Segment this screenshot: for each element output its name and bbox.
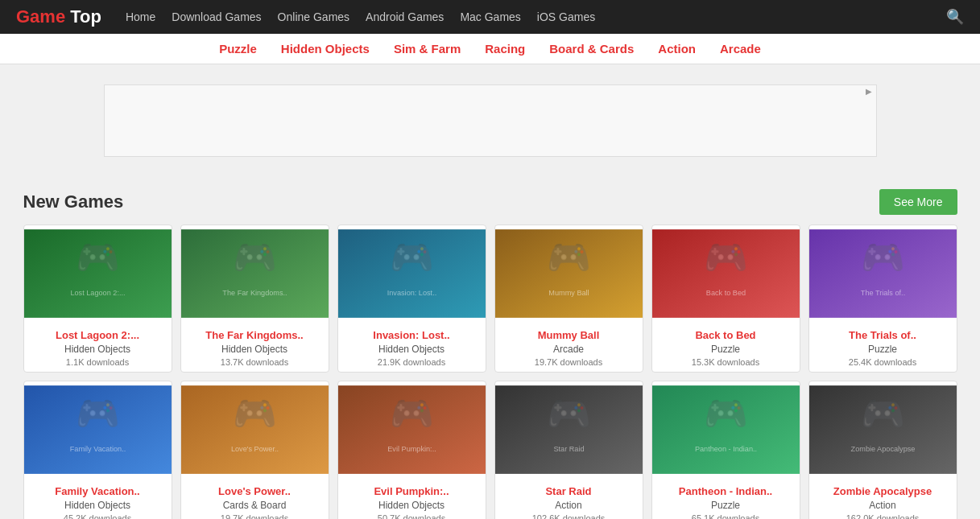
svg-text:Zombie Apocalypse: Zombie Apocalypse bbox=[850, 445, 915, 453]
game-title: Pantheon - Indian.. bbox=[652, 481, 800, 499]
game-title: Family Vacation.. bbox=[24, 481, 172, 499]
nav-ios-games[interactable]: iOS Games bbox=[537, 10, 595, 23]
game-genre: Arcade bbox=[495, 343, 643, 356]
game-card[interactable]: 🎮 Love's Power.. Love's Power.. Cards & … bbox=[180, 381, 329, 519]
game-downloads: 45.2K downloads bbox=[24, 512, 172, 519]
game-downloads: 25.4K downloads bbox=[809, 356, 957, 372]
svg-text:The Far Kingdoms..: The Far Kingdoms.. bbox=[222, 289, 287, 297]
games-grid-row1: 🎮 Lost Lagoon 2:... Lost Lagoon 2:... Hi… bbox=[23, 224, 957, 373]
game-downloads: 21.9K downloads bbox=[338, 356, 486, 372]
game-downloads: 15.3K downloads bbox=[652, 356, 800, 372]
game-thumbnail: 🎮 Back to Bed bbox=[652, 225, 800, 322]
game-card[interactable]: 🎮 Evil Pumpkin:.. Evil Pumpkin:.. Hidden… bbox=[337, 381, 486, 519]
subnav-arcade[interactable]: Arcade bbox=[720, 42, 761, 56]
header-nav: Home Download Games Online Games Android… bbox=[126, 10, 946, 23]
game-card[interactable]: 🎮 The Trials of.. The Trials of.. Puzzle… bbox=[808, 224, 957, 373]
ad-label: ▶ bbox=[866, 87, 872, 96]
nav-mac-games[interactable]: Mac Games bbox=[460, 10, 520, 23]
game-card[interactable]: 🎮 Zombie Apocalypse Zombie Apocalypse Ac… bbox=[808, 381, 957, 519]
logo-top-text: Top bbox=[70, 6, 101, 27]
game-genre: Hidden Objects bbox=[338, 343, 486, 356]
search-button[interactable]: 🔍 bbox=[946, 8, 964, 26]
game-title: The Far Kingdoms.. bbox=[181, 325, 329, 343]
game-thumbnail: 🎮 Evil Pumpkin:.. bbox=[338, 381, 486, 478]
game-title: Star Raid bbox=[495, 481, 643, 499]
game-title: Lost Lagoon 2:... bbox=[24, 325, 172, 343]
svg-text:🎮: 🎮 bbox=[861, 393, 905, 435]
svg-text:🎮: 🎮 bbox=[390, 393, 434, 435]
game-title: The Trials of.. bbox=[809, 325, 957, 343]
nav-home[interactable]: Home bbox=[126, 10, 155, 23]
game-card[interactable]: 🎮 The Far Kingdoms.. The Far Kingdoms.. … bbox=[180, 224, 329, 373]
svg-text:🎮: 🎮 bbox=[76, 393, 120, 435]
svg-text:🎮: 🎮 bbox=[76, 237, 120, 278]
svg-text:🎮: 🎮 bbox=[233, 237, 277, 278]
game-genre: Cards & Board bbox=[181, 499, 329, 512]
subnav-action[interactable]: Action bbox=[658, 42, 696, 56]
nav-online-games[interactable]: Online Games bbox=[278, 10, 349, 23]
game-title: Zombie Apocalypse bbox=[809, 481, 957, 499]
svg-text:Family Vacation..: Family Vacation.. bbox=[69, 445, 125, 453]
svg-text:Love's Power..: Love's Power.. bbox=[230, 445, 278, 453]
game-downloads: 13.7K downloads bbox=[181, 356, 329, 372]
svg-text:🎮: 🎮 bbox=[233, 393, 277, 435]
game-thumbnail: 🎮 Lost Lagoon 2:... bbox=[24, 225, 172, 322]
nav-android-games[interactable]: Android Games bbox=[366, 10, 444, 23]
svg-text:🎮: 🎮 bbox=[861, 237, 905, 278]
game-card[interactable]: 🎮 Pantheon - Indian.. Pantheon - Indian.… bbox=[651, 381, 800, 519]
svg-text:Star Raid: Star Raid bbox=[553, 445, 584, 453]
game-genre: Puzzle bbox=[809, 343, 957, 356]
subnav-hidden-objects[interactable]: Hidden Objects bbox=[281, 42, 370, 56]
svg-text:Pantheon - Indian..: Pantheon - Indian.. bbox=[694, 445, 756, 453]
game-genre: Hidden Objects bbox=[24, 499, 172, 512]
game-genre: Action bbox=[809, 499, 957, 512]
game-downloads: 50.7K downloads bbox=[338, 512, 486, 519]
game-card[interactable]: 🎮 Star Raid Star Raid Action 102.6K down… bbox=[494, 381, 643, 519]
game-thumbnail: 🎮 Family Vacation.. bbox=[24, 381, 172, 478]
game-genre: Puzzle bbox=[652, 343, 800, 356]
subnav-sim-farm[interactable]: Sim & Farm bbox=[394, 42, 461, 56]
game-downloads: 19.7K downloads bbox=[181, 512, 329, 519]
nav-download-games[interactable]: Download Games bbox=[172, 10, 261, 23]
svg-text:🎮: 🎮 bbox=[704, 237, 748, 278]
svg-text:The Trials of..: The Trials of.. bbox=[860, 289, 904, 297]
game-title: Mummy Ball bbox=[495, 325, 643, 343]
game-thumbnail: 🎮 The Far Kingdoms.. bbox=[181, 225, 329, 322]
subnav-puzzle[interactable]: Puzzle bbox=[219, 42, 257, 56]
svg-text:Evil Pumpkin:..: Evil Pumpkin:.. bbox=[387, 445, 436, 453]
game-downloads: 162.0K downloads bbox=[809, 512, 957, 519]
svg-text:Invasion: Lost..: Invasion: Lost.. bbox=[387, 289, 436, 297]
game-thumbnail: 🎮 Mummy Ball bbox=[495, 225, 643, 322]
logo[interactable]: Game Top bbox=[16, 6, 101, 27]
game-card[interactable]: 🎮 Lost Lagoon 2:... Lost Lagoon 2:... Hi… bbox=[23, 224, 172, 373]
game-card[interactable]: 🎮 Invasion: Lost.. Invasion: Lost.. Hidd… bbox=[337, 224, 486, 373]
game-title: Back to Bed bbox=[652, 325, 800, 343]
logo-game-text: Game bbox=[16, 6, 65, 27]
svg-text:🎮: 🎮 bbox=[704, 393, 748, 435]
svg-text:Back to Bed: Back to Bed bbox=[705, 289, 745, 297]
game-genre: Hidden Objects bbox=[181, 343, 329, 356]
game-card[interactable]: 🎮 Family Vacation.. Family Vacation.. Hi… bbox=[23, 381, 172, 519]
section-header: New Games See More bbox=[23, 189, 957, 215]
main-content: New Games See More 🎮 Lost Lagoon 2:... L… bbox=[7, 189, 974, 519]
section-title: New Games bbox=[23, 192, 124, 212]
game-thumbnail: 🎮 Love's Power.. bbox=[181, 381, 329, 478]
see-more-button[interactable]: See More bbox=[879, 189, 957, 215]
game-card[interactable]: 🎮 Back to Bed Back to Bed Puzzle 15.3K d… bbox=[651, 224, 800, 373]
svg-text:Mummy Ball: Mummy Ball bbox=[548, 289, 589, 297]
game-downloads: 102.6K downloads bbox=[495, 512, 643, 519]
game-downloads: 19.7K downloads bbox=[495, 356, 643, 372]
game-thumbnail: 🎮 Star Raid bbox=[495, 381, 643, 478]
games-grid-row2: 🎮 Family Vacation.. Family Vacation.. Hi… bbox=[23, 381, 957, 519]
svg-text:🎮: 🎮 bbox=[390, 237, 434, 278]
svg-text:🎮: 🎮 bbox=[547, 237, 591, 278]
subnav-racing[interactable]: Racing bbox=[485, 42, 525, 56]
game-card[interactable]: 🎮 Mummy Ball Mummy Ball Arcade 19.7K dow… bbox=[494, 224, 643, 373]
game-thumbnail: 🎮 Invasion: Lost.. bbox=[338, 225, 486, 322]
game-thumbnail: 🎮 The Trials of.. bbox=[809, 225, 957, 322]
game-thumbnail: 🎮 Zombie Apocalypse bbox=[809, 381, 957, 478]
game-title: Invasion: Lost.. bbox=[338, 325, 486, 343]
subnav-board-cards[interactable]: Board & Cards bbox=[549, 42, 634, 56]
game-genre: Action bbox=[495, 499, 643, 512]
game-downloads: 1.1K downloads bbox=[24, 356, 172, 372]
